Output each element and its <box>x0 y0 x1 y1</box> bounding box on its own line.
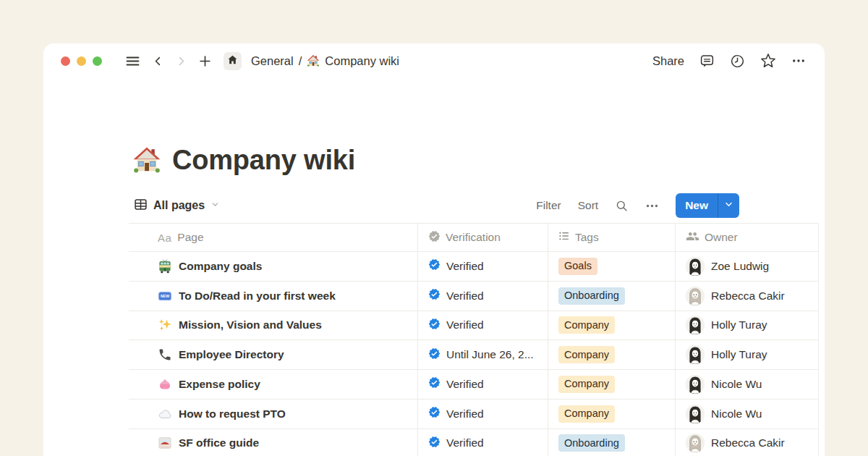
page-link[interactable]: How to request PTO <box>179 408 286 421</box>
close-window-button[interactable] <box>61 56 70 66</box>
search-icon[interactable] <box>615 199 629 213</box>
purse-emoji <box>158 377 172 392</box>
verified-badge-icon <box>428 376 441 392</box>
column-header-verification[interactable]: Verification <box>418 224 548 251</box>
page-link[interactable]: Mission, Vision and Values <box>179 318 322 332</box>
column-header-tags[interactable]: Tags <box>548 224 676 251</box>
verification-text: Verified <box>446 318 484 332</box>
column-header-page[interactable]: AaPage <box>129 224 418 251</box>
page-cell[interactable]: NEWTo Do/Read in your first week <box>129 282 418 311</box>
verification-cell[interactable]: Verified <box>418 429 548 456</box>
table-header-row: AaPageVerificationTagsOwner <box>129 223 819 252</box>
page-cell[interactable]: Mission, Vision and Values <box>129 311 418 340</box>
column-header-owner[interactable]: Owner <box>676 224 819 251</box>
breadcrumb: General / Company wiki <box>251 54 399 68</box>
view-tab-all-pages[interactable]: All pages <box>134 198 220 214</box>
avatar <box>686 375 705 394</box>
bulleted-list-icon <box>558 230 570 245</box>
table-row: Expense policyVerifiedCompany Nicole Wu <box>129 370 819 400</box>
share-button[interactable]: Share <box>652 54 684 68</box>
new-button[interactable]: New <box>676 193 739 218</box>
breadcrumb-page[interactable]: Company wiki <box>307 54 399 68</box>
page-icon-house-emoji[interactable] <box>132 145 161 174</box>
chevron-down-icon <box>210 199 220 212</box>
owner-cell[interactable]: Nicole Wu <box>676 370 819 399</box>
page-link[interactable]: Employee Directory <box>179 348 284 361</box>
tram-emoji <box>158 259 172 274</box>
page-link[interactable]: SF office guide <box>179 436 259 449</box>
owner-cell[interactable]: Nicole Wu <box>676 400 819 428</box>
verification-cell[interactable]: Verified <box>418 252 548 281</box>
breadcrumb-separator: / <box>299 54 302 68</box>
aa-text-icon: Aa <box>158 232 171 244</box>
filter-button[interactable]: Filter <box>536 199 561 212</box>
table-row: Mission, Vision and ValuesVerifiedCompan… <box>129 311 819 341</box>
minimize-window-button[interactable] <box>77 56 86 66</box>
new-button-dropdown[interactable] <box>718 193 739 218</box>
page-link[interactable]: To Do/Read in your first week <box>179 290 336 303</box>
new-button-emoji: NEW <box>158 289 172 303</box>
phone-emoji <box>158 347 172 362</box>
more-options-icon[interactable] <box>791 54 806 68</box>
page-title[interactable]: Company wiki <box>172 145 355 176</box>
owner-name: Holly Turay <box>711 318 767 332</box>
tags-cell[interactable]: Goals <box>548 252 676 281</box>
comments-icon[interactable] <box>699 54 715 69</box>
breadcrumb-workspace[interactable]: General <box>251 54 294 68</box>
favorite-icon[interactable] <box>760 53 776 69</box>
tags-cell[interactable]: Onboarding <box>548 429 676 456</box>
svg-text:NEW: NEW <box>161 294 169 298</box>
owner-cell[interactable]: Holly Turay <box>676 311 819 340</box>
page-link[interactable]: Company goals <box>179 260 262 273</box>
history-icon[interactable] <box>730 54 745 69</box>
home-icon <box>227 54 238 68</box>
column-header-label: Page <box>177 231 203 244</box>
page-cell[interactable]: Employee Directory <box>129 340 418 369</box>
back-icon[interactable] <box>153 56 163 67</box>
avatar <box>686 316 705 334</box>
verification-text: Verified <box>446 436 484 449</box>
tag-chip: Onboarding <box>558 434 625 452</box>
tag-chip: Goals <box>558 258 597 275</box>
owner-cell[interactable]: Holly Turay <box>676 340 819 369</box>
zoom-window-button[interactable] <box>93 56 102 66</box>
house-emoji <box>307 54 320 67</box>
tags-cell[interactable]: Company <box>548 370 676 399</box>
tags-cell[interactable]: Company <box>548 311 676 340</box>
new-page-icon[interactable] <box>199 55 211 67</box>
verification-cell[interactable]: Verified <box>418 400 548 428</box>
tag-chip: Onboarding <box>558 287 625 305</box>
page-cell[interactable]: Company goals <box>129 252 418 281</box>
sort-button[interactable]: Sort <box>578 199 598 212</box>
verification-cell[interactable]: Verified <box>418 311 548 340</box>
tags-cell[interactable]: Company <box>548 400 676 428</box>
owner-cell[interactable]: Rebecca Cakir <box>676 429 819 456</box>
tags-cell[interactable]: Company <box>548 340 676 369</box>
page-cell[interactable]: How to request PTO <box>129 400 418 428</box>
verification-cell[interactable]: Verified <box>418 282 548 311</box>
page-cell[interactable]: SF office guide <box>129 429 418 456</box>
verification-cell[interactable]: Until June 26, 2... <box>418 340 548 369</box>
verification-cell[interactable]: Verified <box>418 370 548 399</box>
sidebar-toggle-icon[interactable] <box>125 54 140 69</box>
column-header-label: Owner <box>705 231 738 244</box>
database-toolbar: All pages Filter Sort New <box>134 193 739 218</box>
chevron-down-icon <box>724 199 733 212</box>
view-options-icon[interactable] <box>645 199 659 213</box>
table-row: NEWTo Do/Read in your first weekVerified… <box>129 282 819 311</box>
verified-badge-icon <box>428 347 441 363</box>
verified-badge-icon <box>428 436 441 451</box>
page-cell[interactable]: Expense policy <box>129 370 418 399</box>
verified-badge-icon <box>428 318 441 333</box>
page-link[interactable]: Expense policy <box>179 378 260 391</box>
tags-cell[interactable]: Onboarding <box>548 282 676 311</box>
tag-chip: Company <box>558 376 615 393</box>
tag-chip: Company <box>558 405 615 423</box>
home-button[interactable] <box>224 52 242 70</box>
owner-cell[interactable]: Zoe Ludwig <box>676 252 819 281</box>
avatar <box>686 345 705 364</box>
owner-cell[interactable]: Rebecca Cakir <box>676 282 819 311</box>
sf-picture-emoji <box>158 436 172 450</box>
table-row: Company goalsVerifiedGoals Zoe Ludwig <box>129 252 819 282</box>
forward-icon[interactable] <box>176 56 187 67</box>
